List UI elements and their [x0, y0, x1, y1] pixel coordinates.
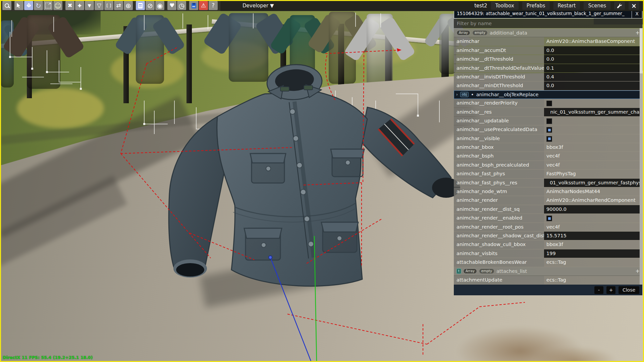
property-value[interactable]: 0.0 — [544, 81, 642, 90]
smiley-icon[interactable]: ☺ — [53, 1, 62, 10]
property-row-animchar_render__shadow_cast_dist[interactable]: animchar_render__shadow_cast_dist15.5715 — [454, 232, 642, 240]
property-value[interactable]: nic_01_volkssturm_ger_summer_char — [544, 108, 642, 116]
filter-input[interactable]: Filter by name — [454, 19, 642, 28]
rack-post — [186, 24, 192, 103]
property-row-animchar__minDtThreshold[interactable]: animchar__minDtThreshold0.0 — [454, 81, 642, 90]
property-row-animchar_render[interactable]: animchar_renderAnimV20::AnimcharRendComp… — [454, 196, 642, 205]
property-row-animchar__usePrecalculatedData[interactable]: animchar__usePrecalculatedData — [454, 125, 642, 134]
panel-close-footer-button[interactable]: Close — [619, 286, 639, 294]
property-row-animchar_fast_phys__res[interactable]: animchar_fast_phys__res01_volkssturm_ger… — [454, 179, 642, 187]
scale-gizmo-icon[interactable] — [44, 1, 53, 10]
panel-minus-button[interactable]: - — [594, 286, 603, 294]
property-row-animchar__visible[interactable]: animchar__visible — [454, 134, 642, 143]
property-value: FastPhysTag — [544, 170, 642, 178]
property-value[interactable]: 0.1 — [544, 64, 642, 72]
property-value[interactable] — [544, 214, 642, 222]
drop-down-outline-icon[interactable]: ▽ — [95, 1, 104, 10]
property-label: attachableBrokenBonesWear — [454, 258, 544, 266]
move-gizmo-icon[interactable] — [24, 1, 33, 10]
prefabs-button[interactable]: Prefabs — [522, 2, 550, 10]
property-value[interactable]: 0.4 — [544, 73, 642, 81]
checkbox[interactable] — [546, 216, 552, 221]
checkbox[interactable] — [546, 101, 552, 106]
document-icon — [138, 3, 143, 8]
property-row-animchar__invisDtThreshold[interactable]: animchar__invisDtThreshold0.4 — [454, 73, 642, 81]
property-row-animchar_render__root_pos[interactable]: animchar_render__root_posvec4f — [454, 223, 642, 232]
star-icon[interactable]: ✦ — [75, 1, 84, 10]
property-row-animchar_visbits[interactable]: animchar_visbits199 — [454, 249, 642, 258]
save-icon[interactable] — [189, 1, 198, 10]
warning-icon[interactable]: ⚠ — [199, 1, 208, 10]
property-row-animchar__dtThresholdDefaultValue[interactable]: animchar__dtThresholdDefaultValue0.1 — [454, 64, 642, 73]
property-value[interactable]: 0.0 — [544, 55, 642, 63]
add-array-item-button[interactable]: + — [635, 268, 640, 274]
property-value[interactable]: 0.0 — [544, 46, 642, 55]
object-label: animchar__objTexReplace — [476, 92, 539, 97]
heart-icon[interactable]: ♥ — [167, 1, 176, 10]
select-cursor-icon[interactable] — [14, 1, 23, 10]
property-row-animchar_shadow_cull_bbox[interactable]: animchar_shadow_cull_bboxbbox3f — [454, 240, 642, 249]
property-label: animchar_node_wtm — [454, 187, 544, 196]
property-value[interactable] — [544, 134, 642, 143]
property-value[interactable] — [544, 99, 642, 107]
property-row-animchar__res[interactable]: animchar__resnic_01_volkssturm_ger_summe… — [454, 108, 642, 117]
checkbox[interactable] — [546, 118, 552, 124]
property-row-animchar_bbox[interactable]: animchar_bboxbbox3f — [454, 143, 642, 152]
property-row-animchar__objTexReplace[interactable]: ›obj•animchar__objTexReplace — [454, 90, 642, 99]
property-row-animchar__updatable[interactable]: animchar__updatable — [454, 117, 642, 125]
eye-target-icon[interactable]: ◉ — [155, 1, 164, 10]
save-icon — [192, 3, 196, 8]
rotate-gizmo-icon[interactable]: ↻ — [34, 1, 43, 10]
search-icon[interactable] — [2, 1, 11, 10]
scrollbar-thumb[interactable] — [640, 28, 643, 73]
topbar-right: test2 Toolbox Prefabs Restart Scenes × — [474, 2, 644, 10]
property-row-animchar[interactable]: animcharAnimV20::AnimcharBaseComponent — [454, 37, 642, 46]
brackets-icon[interactable]: [ ] — [104, 1, 113, 10]
property-value[interactable] — [544, 117, 642, 125]
property-value[interactable] — [544, 125, 642, 134]
array-label: attaches_list — [496, 268, 527, 274]
toolbox-button[interactable]: Toolbox — [491, 2, 519, 10]
property-row-animchar__accumDt[interactable]: animchar__accumDt0.0 — [454, 46, 642, 55]
property-value[interactable]: 199 — [544, 249, 642, 258]
property-value[interactable]: 90000.0 — [544, 205, 642, 214]
property-row-attachableBrokenBonesWear[interactable]: attachableBrokenBonesWearecs::Tag — [454, 258, 642, 267]
property-label: animchar__minDtThreshold — [454, 81, 544, 90]
property-value: bbox3f — [544, 143, 642, 152]
checkbox[interactable] — [546, 136, 552, 142]
panel-scrollbar[interactable] — [640, 28, 643, 285]
move-gizmo-icon — [26, 3, 32, 9]
property-value[interactable]: 01_volkssturm_ger_summer_fastphys — [544, 179, 642, 187]
panel-plus-button[interactable]: + — [606, 286, 615, 294]
close-app-button[interactable]: × — [629, 2, 639, 10]
property-row-animchar_bsph_precalculated[interactable]: animchar_bsph_precalculatedvec4f — [454, 161, 642, 170]
property-row-attaches_list[interactable]: tArrayemptyattaches_list+ — [454, 267, 642, 276]
stopwatch-icon[interactable]: ◷ — [177, 1, 186, 10]
eye-hidden-icon[interactable]: ⊘ — [146, 1, 155, 10]
delete-icon[interactable]: ✖ — [65, 1, 74, 10]
add-array-item-button[interactable]: + — [635, 30, 640, 36]
property-row-animchar__dtThreshold[interactable]: animchar__dtThreshold0.0 — [454, 55, 642, 64]
swap-arrows-icon[interactable]: ⇄ — [114, 1, 123, 10]
property-row-animchar_render__enabled[interactable]: animchar_render__enabled — [454, 214, 642, 223]
restart-button[interactable]: Restart — [553, 2, 580, 10]
property-value: vec4f — [544, 161, 642, 169]
developer-dropdown[interactable]: Developer ▼ — [243, 3, 274, 9]
property-label: animchar__dtThreshold — [454, 55, 544, 63]
property-row-animchar_fast_phys[interactable]: animchar_fast_physFastPhysTag — [454, 170, 642, 178]
property-row-animchar_bsph[interactable]: animchar_bsphvec4f — [454, 152, 642, 161]
property-value[interactable]: 15.5715 — [544, 232, 642, 240]
help-icon[interactable]: ? — [209, 1, 218, 10]
scenes-button[interactable]: Scenes — [584, 2, 610, 10]
expand-chevron-icon[interactable]: › — [456, 92, 458, 97]
property-row-animchar__renderPriority[interactable]: animchar__renderPriority — [454, 99, 642, 108]
crosshair-target-icon[interactable]: ⊕ — [124, 1, 133, 10]
settings-wrench-button[interactable] — [614, 2, 625, 10]
property-row-animchar_render__dist_sq[interactable]: animchar_render__dist_sq90000.0 — [454, 205, 642, 214]
drop-down-filled-icon[interactable]: ▼ — [85, 1, 94, 10]
property-row-attachmentUpdate[interactable]: attachmentUpdateecs::Tag — [454, 276, 642, 285]
checkbox[interactable] — [546, 127, 552, 133]
document-icon[interactable] — [136, 1, 145, 10]
property-row-animchar_node_wtm[interactable]: animchar_node_wtmAnimcharNodesMat44 — [454, 187, 642, 196]
property-row-additional_data[interactable]: Arrayemptyadditional_data+ — [454, 28, 642, 37]
